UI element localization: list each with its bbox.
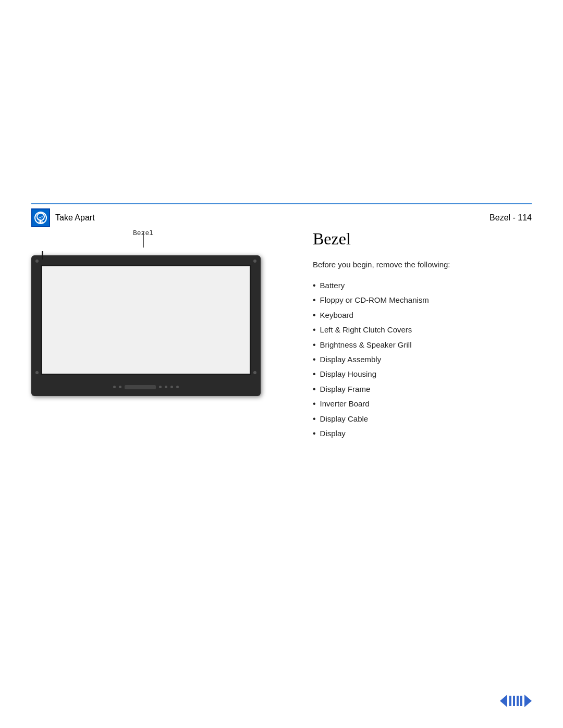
screw-bottom-right — [253, 371, 256, 374]
button-dot-5 — [170, 386, 173, 388]
list-item-inverter: Inverter Board — [313, 397, 532, 411]
main-content: Bezel Bezel — [31, 229, 532, 441]
button-dot-3 — [159, 386, 162, 388]
page-reference: Bezel - 114 — [489, 213, 532, 223]
bezel-image — [31, 255, 261, 406]
list-item-display-cable: Display Cable — [313, 412, 532, 426]
bezel-diagram-label: Bezel — [133, 229, 153, 237]
list-item-floppy: Floppy or CD-ROM Mechanism — [313, 293, 532, 307]
bezel-screen-area — [41, 265, 251, 375]
list-item-display-frame: Display Frame — [313, 382, 532, 397]
port-slot — [125, 385, 156, 389]
nav-bars — [509, 696, 522, 706]
button-dot-4 — [165, 386, 167, 388]
button-dot-1 — [113, 386, 116, 388]
prev-arrow[interactable] — [500, 695, 507, 707]
svg-point-0 — [37, 213, 44, 220]
navigation-arrows[interactable] — [500, 695, 532, 707]
header-left: Take Apart — [31, 208, 95, 227]
screw-top-left — [35, 260, 39, 263]
list-item-display-assembly: Display Assembly — [313, 352, 532, 367]
header-bar: Take Apart Bezel - 114 — [31, 203, 532, 227]
section-title: Take Apart — [55, 213, 95, 223]
nav-bar-1 — [509, 696, 511, 706]
nav-bar-4 — [520, 696, 522, 706]
list-item-brightness: Brightness & Speaker Grill — [313, 338, 532, 352]
bezel-outer — [31, 255, 261, 396]
page-title: Bezel — [313, 229, 532, 249]
nav-bar-3 — [517, 696, 519, 706]
list-item-clutch: Left & Right Clutch Covers — [313, 323, 532, 337]
next-arrow[interactable] — [524, 695, 532, 707]
parts-list: Battery Floppy or CD-ROM Mechanism Keybo… — [313, 278, 532, 441]
left-panel: Bezel — [31, 229, 292, 441]
button-dot-6 — [176, 386, 179, 388]
list-item-display-housing: Display Housing — [313, 367, 532, 381]
section-icon — [31, 208, 50, 227]
screw-top-right — [253, 260, 256, 263]
list-item-keyboard: Keyboard — [313, 308, 532, 323]
right-panel: Bezel Before you begin, remove the follo… — [313, 229, 532, 441]
list-item-display: Display — [313, 426, 532, 441]
nav-bar-2 — [513, 696, 515, 706]
screw-bottom-left — [35, 371, 39, 374]
intro-text: Before you begin, remove the following: — [313, 259, 532, 270]
bezel-bottom-bar — [94, 378, 198, 396]
button-dot-2 — [119, 386, 121, 388]
list-item-battery: Battery — [313, 278, 532, 293]
antenna-left — [42, 251, 43, 260]
